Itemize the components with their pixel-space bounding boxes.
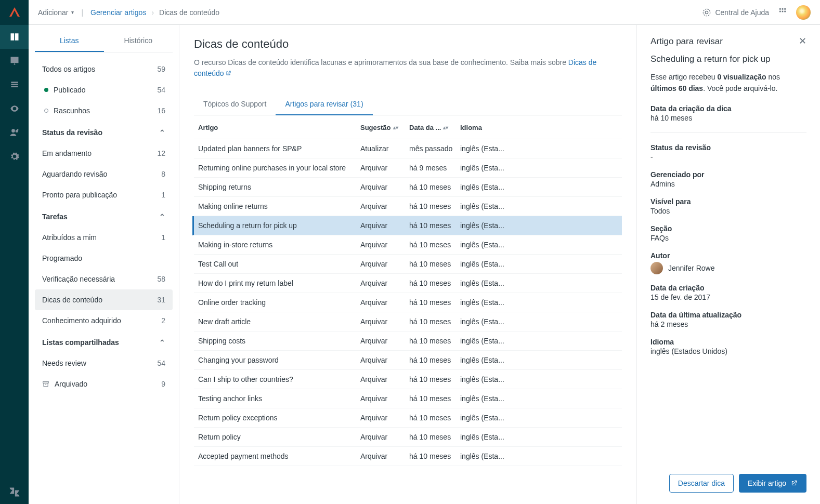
rail-item-guide[interactable] <box>0 25 29 49</box>
sidebar-item-ready[interactable]: Pronto para publicação1 <box>35 184 173 205</box>
topbar: Adicionar▾ | Gerenciar artigos › Dicas d… <box>29 0 820 25</box>
svg-point-4 <box>704 9 710 16</box>
table-row[interactable]: Return policyArquivarhá 10 mesesinglês (… <box>194 428 622 447</box>
value-created: 15 de fev. de 2017 <box>650 293 806 301</box>
table-row[interactable]: Returning online purchases in your local… <box>194 158 622 178</box>
value-section: FAQs <box>650 234 806 242</box>
table-row[interactable]: Shipping costsArquivarhá 10 mesesinglês … <box>194 331 622 351</box>
cell-date: mês passado <box>409 144 460 153</box>
table-row[interactable]: Changing your passwordArquivarhá 10 mese… <box>194 351 622 370</box>
breadcrumb-link[interactable]: Gerenciar artigos <box>90 8 146 17</box>
sidebar-item-in-progress[interactable]: Em andamento12 <box>35 143 173 164</box>
main-content: Dicas de conteúdo O recurso Dicas de con… <box>179 25 637 504</box>
sidebar-item-assigned[interactable]: Atribuídos a mim1 <box>35 227 173 248</box>
value-review-status: - <box>650 153 806 161</box>
cell-suggestion: Arquivar <box>360 452 409 460</box>
cell-date: há 10 meses <box>409 414 460 422</box>
rail-item-users[interactable] <box>0 121 29 144</box>
cell-suggestion: Arquivar <box>360 356 409 364</box>
cell-suggestion: Arquivar <box>360 337 409 345</box>
cell-date: há 10 meses <box>409 452 460 460</box>
cell-language: inglês (Esta... <box>460 279 622 287</box>
rail-item-moderation[interactable] <box>0 49 29 73</box>
table-row[interactable]: Test Call outArquivarhá 10 mesesinglês (… <box>194 255 622 274</box>
sidebar-item-awaiting[interactable]: Aguardando revisão8 <box>35 164 173 184</box>
sidebar-item-archived[interactable]: Arquivado9 <box>35 374 173 394</box>
page-title: Dicas de conteúdo <box>194 37 622 51</box>
sidebar-tab-history[interactable]: Histórico <box>104 30 173 52</box>
chevron-up-icon: ⌃ <box>159 128 165 137</box>
sidebar-item-scheduled[interactable]: Programado <box>35 248 173 269</box>
sidebar: Listas Histórico Todos os artigos59 Publ… <box>29 25 179 504</box>
help-center-link[interactable]: Central de Ajuda <box>702 8 769 17</box>
cell-suggestion: Arquivar <box>360 414 409 422</box>
table-row[interactable]: Testing anchor linksArquivarhá 10 mesesi… <box>194 389 622 408</box>
sidebar-item-needs-review[interactable]: Needs review54 <box>35 353 173 374</box>
svg-rect-8 <box>784 8 786 10</box>
cell-language: inglês (Esta... <box>460 298 622 307</box>
sidebar-tab-lists[interactable]: Listas <box>35 30 104 52</box>
cell-date: há 9 meses <box>409 164 460 172</box>
tab-articles-review[interactable]: Artigos para revisar (31) <box>276 94 372 115</box>
rail-item-eye[interactable] <box>0 97 29 121</box>
cell-date: há 10 meses <box>409 202 460 210</box>
rail-item-arrange[interactable] <box>0 73 29 97</box>
th-language[interactable]: Idioma <box>460 124 622 131</box>
cell-language: inglês (Esta... <box>460 394 622 403</box>
table-row[interactable]: Scheduling a return for pick upArquivarh… <box>192 216 622 235</box>
cell-date: há 10 meses <box>409 260 460 268</box>
detail-panel: Artigo para revisar ✕ Scheduling a retur… <box>637 25 820 504</box>
sidebar-item-published[interactable]: Publicado54 <box>35 79 173 100</box>
sidebar-item-all[interactable]: Todos os artigos59 <box>35 59 173 79</box>
table-row[interactable]: How do I print my return labelArquivarhá… <box>194 274 622 293</box>
table-row[interactable]: Making online returnsArquivarhá 10 meses… <box>194 197 622 216</box>
chevron-down-icon: ▾ <box>71 9 74 15</box>
sidebar-item-verify[interactable]: Verificação necessária58 <box>35 269 173 289</box>
zendesk-logo-icon <box>0 480 29 504</box>
sidebar-group-shared[interactable]: Listas compartilhadas ⌃ <box>35 331 173 353</box>
rail-item-settings[interactable] <box>0 144 29 168</box>
table-row[interactable]: Can I ship to other countries?Arquivarhá… <box>194 370 622 389</box>
apps-grid-icon[interactable] <box>778 7 787 17</box>
th-article[interactable]: Artigo <box>194 124 360 131</box>
add-button[interactable]: Adicionar▾ <box>38 8 74 17</box>
cell-article: New draft article <box>194 317 360 326</box>
cell-article: Returning online purchases in your local… <box>194 164 360 172</box>
tab-support-topics[interactable]: Tópicos do Support <box>194 94 276 115</box>
table-row[interactable]: Shipping returnsArquivarhá 10 mesesinglê… <box>194 178 622 197</box>
cell-date: há 10 meses <box>409 183 460 191</box>
cell-date: há 10 meses <box>409 356 460 364</box>
sidebar-group-tasks[interactable]: Tarefas ⌃ <box>35 205 173 227</box>
value-cue-created: há 10 meses <box>650 114 806 122</box>
table-row[interactable]: Updated plan banners for SP&PAtualizarmê… <box>194 139 622 158</box>
external-link-icon <box>224 69 231 77</box>
breadcrumb-current: Dicas de conteúdo <box>159 8 219 17</box>
sidebar-item-content-cues[interactable]: Dicas de conteúdo31 <box>35 289 173 310</box>
table-row[interactable]: Return policy exceptionsArquivarhá 10 me… <box>194 408 622 428</box>
table-row[interactable]: Making in-store returnsArquivarhá 10 mes… <box>194 235 622 255</box>
sidebar-item-drafts[interactable]: Rascunhos16 <box>35 100 173 121</box>
view-article-button[interactable]: Exibir artigo <box>739 474 806 493</box>
cell-suggestion: Atualizar <box>360 144 409 153</box>
table-row[interactable]: Online order trackingArquivarhá 10 meses… <box>194 293 622 312</box>
chevron-up-icon: ⌃ <box>159 213 165 221</box>
cell-language: inglês (Esta... <box>460 375 622 383</box>
table-row[interactable]: New draft articleArquivarhá 10 mesesingl… <box>194 312 622 331</box>
th-suggestion[interactable]: Sugestão▴▾ <box>360 124 409 131</box>
close-icon[interactable]: ✕ <box>799 36 806 46</box>
status-dot-draft <box>44 109 48 113</box>
cell-article: How do I print my return label <box>194 279 360 287</box>
table-row[interactable]: Accepted payment methodsArquivarhá 10 me… <box>194 447 622 466</box>
th-date[interactable]: Data da ...▴▾ <box>409 124 460 131</box>
cell-date: há 10 meses <box>409 337 460 345</box>
sort-icon: ▴▾ <box>393 125 398 130</box>
cell-language: inglês (Esta... <box>460 317 622 326</box>
svg-rect-6 <box>779 8 781 10</box>
label-review-status: Status da revisão <box>650 143 806 152</box>
sidebar-item-acquired[interactable]: Conhecimento adquirido2 <box>35 310 173 331</box>
sidebar-group-review[interactable]: Status da revisão ⌃ <box>35 121 173 143</box>
external-link-icon <box>790 480 798 487</box>
discard-cue-button[interactable]: Descartar dica <box>669 474 734 493</box>
cell-language: inglês (Esta... <box>460 202 622 210</box>
user-avatar[interactable] <box>796 5 811 20</box>
